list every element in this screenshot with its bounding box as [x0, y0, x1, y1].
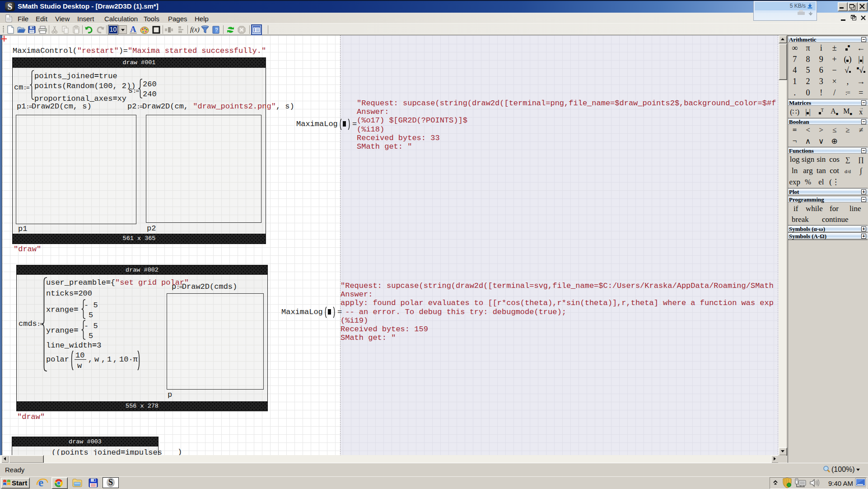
svg-text:?: ?: [215, 27, 218, 33]
